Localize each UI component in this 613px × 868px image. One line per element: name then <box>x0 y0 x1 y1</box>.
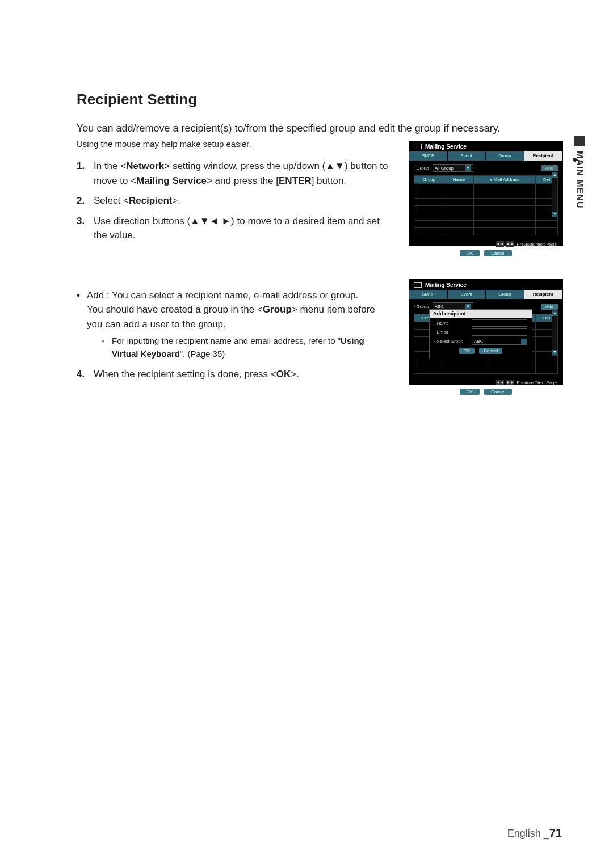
side-tab: ● MAIN MENU <box>574 136 590 306</box>
add-button[interactable]: Add <box>541 304 558 310</box>
group-select[interactable]: All Group ▼ <box>433 164 473 172</box>
screenshot-recipient-list: Mailing Service SMTP Event Group Recipie… <box>409 141 563 246</box>
page-footer: English _71 <box>507 827 562 840</box>
popup-email-input[interactable] <box>472 328 527 336</box>
table-row[interactable] <box>414 228 558 235</box>
mail-icon <box>414 144 422 149</box>
side-tab-marker <box>574 136 585 146</box>
th-group: Group <box>414 176 444 184</box>
add-recipient-popup: Add recipient · Name · Email · Select Gr… <box>429 309 532 359</box>
popup-group-select[interactable]: ABC <box>472 338 527 345</box>
pager-label: Previous/Next Page <box>517 380 557 385</box>
tab-smtp[interactable]: SMTP <box>409 290 448 299</box>
popup-ok-button[interactable]: OK <box>459 348 475 354</box>
scroll-down-icon[interactable]: ▼ <box>552 350 557 355</box>
screenshot-add-recipient-popup: Mailing Service SMTP Event Group Recipie… <box>409 279 563 385</box>
tab-event[interactable]: Event <box>448 290 486 299</box>
dropdown-arrow-icon: ▼ <box>465 165 471 171</box>
popup-email-label: · Email <box>434 330 468 335</box>
page-prev-button[interactable]: ◄◄ <box>496 380 504 385</box>
popup-name-input[interactable] <box>472 319 527 327</box>
table-row[interactable] <box>414 221 558 228</box>
side-tab-bullet-icon: ● <box>572 154 578 165</box>
table-row[interactable] <box>414 199 558 206</box>
table-row[interactable] <box>414 184 558 191</box>
cancel-button[interactable]: Cancel <box>484 389 512 395</box>
popup-title: Add recipient <box>430 310 532 318</box>
ok-button[interactable]: OK <box>460 250 480 256</box>
th-name: Name <box>444 176 474 184</box>
window-title: Mailing Service <box>425 144 467 150</box>
popup-selectgroup-label: · Select Group <box>434 339 468 344</box>
intro-text: You can add/remove a recipient(s) to/fro… <box>77 121 562 136</box>
sub-bullet: For inputting the recipient name and ema… <box>102 335 392 360</box>
group-label: · Group <box>414 166 429 171</box>
add-button[interactable]: Add <box>541 165 558 171</box>
pager-label: Previous/Next Page <box>517 242 557 247</box>
footer-page-number: 71 <box>549 827 562 839</box>
dropdown-arrow-icon: ▼ <box>465 304 471 309</box>
page-prev-button[interactable]: ◄◄ <box>496 241 504 247</box>
dropdown-arrow-icon <box>521 339 527 344</box>
scroll-up-icon[interactable]: ▲ <box>552 172 557 178</box>
table-row[interactable] <box>414 191 558 199</box>
section-title: Recipient Setting <box>77 91 562 108</box>
recipients-table: Group Name e-Mail Address Del <box>414 175 558 235</box>
tab-group[interactable]: Group <box>486 290 524 299</box>
scroll-up-icon[interactable]: ▲ <box>552 311 557 316</box>
popup-cancel-button[interactable]: Cancel <box>479 348 502 354</box>
group-label: · Group <box>414 304 429 309</box>
tab-recipient[interactable]: Recipient <box>524 151 563 161</box>
mail-icon <box>414 282 422 288</box>
scrollbar[interactable]: ▲ ▼ <box>552 172 558 217</box>
page-next-button[interactable]: ►► <box>506 380 514 385</box>
ok-button[interactable]: OK <box>460 389 480 395</box>
table-row[interactable] <box>414 213 558 221</box>
popup-name-label: · Name <box>434 321 468 326</box>
tab-recipient[interactable]: Recipient <box>524 290 563 299</box>
cancel-button[interactable]: Cancel <box>484 250 512 256</box>
th-email: e-Mail Address <box>473 176 535 184</box>
table-row[interactable] <box>414 206 558 213</box>
tab-smtp[interactable]: SMTP <box>409 151 448 161</box>
scrollbar[interactable]: ▲ ▼ <box>552 310 558 356</box>
tab-event[interactable]: Event <box>448 151 486 161</box>
table-row[interactable] <box>414 366 558 374</box>
page-next-button[interactable]: ►► <box>506 241 514 247</box>
table-row[interactable] <box>414 359 558 366</box>
footer-language: English _ <box>507 828 549 839</box>
scroll-down-icon[interactable]: ▼ <box>552 212 557 217</box>
window-title: Mailing Service <box>425 282 467 288</box>
tab-group[interactable]: Group <box>486 151 524 161</box>
